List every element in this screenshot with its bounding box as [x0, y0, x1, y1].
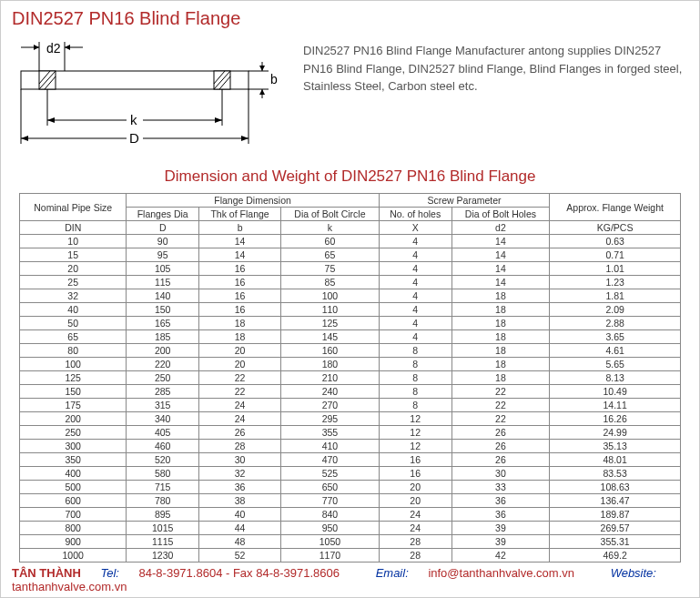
table-cell: 16.26: [550, 412, 681, 426]
table-cell: 270: [281, 399, 380, 412]
table-cell: 340: [127, 412, 199, 426]
table-cell: 22: [451, 385, 550, 399]
table-cell: 36: [451, 508, 550, 522]
table-cell: 460: [127, 440, 199, 453]
table-cell: 22: [451, 399, 550, 412]
table-cell: 4: [379, 317, 451, 330]
table-cell: 1.01: [550, 262, 681, 276]
web-value[interactable]: tanthanhvalve.com.vn: [12, 580, 127, 593]
table-row: 100012305211702842469.2: [20, 549, 681, 563]
table-cell: 14: [451, 248, 550, 262]
footer: TÂN THÀNH Tel: 84-8-3971.8604 - Fax 84-8…: [12, 566, 688, 593]
table-cell: 4: [379, 248, 451, 262]
table-cell: 210: [281, 371, 380, 385]
table-cell: 250: [127, 371, 199, 385]
table-cell: 200: [20, 412, 127, 426]
page-title: DIN2527 PN16 Blind Flange: [1, 1, 699, 33]
table-row: 25040526355122624.99: [20, 426, 681, 440]
table-cell: 269.57: [550, 522, 681, 535]
table-cell: 16: [379, 453, 451, 467]
table-row: 700895408402436189.87: [20, 508, 681, 522]
hdr-din: DIN: [20, 221, 127, 235]
table-cell: 350: [20, 453, 127, 467]
table-cell: 10.49: [550, 385, 681, 399]
hdr-b: b: [199, 221, 281, 235]
table-row: 50165181254182.88: [20, 317, 681, 330]
svg-marker-3: [65, 45, 70, 50]
table-cell: 52: [199, 549, 281, 563]
table-cell: 38: [199, 494, 281, 508]
table-cell: 18: [451, 371, 550, 385]
table-cell: 105: [127, 262, 199, 276]
table-cell: 770: [281, 494, 380, 508]
table-row: 125250222108188.13: [20, 371, 681, 385]
dimension-table: Nominal Pipe Size Flange Dimension Screw…: [19, 193, 681, 563]
table-cell: 16: [199, 276, 281, 289]
table-cell: 580: [127, 467, 199, 481]
table-cell: 4: [379, 276, 451, 289]
web-label: Website:: [611, 566, 656, 580]
table-cell: 80: [20, 344, 127, 358]
table-cell: 18: [451, 358, 550, 371]
table-cell: 18: [451, 317, 550, 330]
table-cell: 1.23: [550, 276, 681, 289]
svg-marker-20: [259, 89, 265, 95]
table-cell: 4: [379, 262, 451, 276]
table-cell: 10: [20, 235, 127, 248]
table-cell: 140: [127, 289, 199, 303]
table-cell: 22: [451, 412, 550, 426]
table-cell: 4.61: [550, 344, 681, 358]
table-cell: 185: [127, 330, 199, 344]
table-cell: 1050: [281, 535, 380, 549]
hdr-weight: Approx. Flange Weight: [550, 194, 681, 221]
top-section: d2 b: [1, 33, 699, 155]
table-cell: 14: [451, 235, 550, 248]
table-cell: 500: [20, 481, 127, 494]
hdr-flangedim: Flange Dimension: [127, 194, 379, 208]
svg-marker-1: [34, 45, 39, 50]
table-cell: 5.65: [550, 358, 681, 371]
email-label: Email:: [376, 566, 409, 580]
table-cell: 200: [127, 344, 199, 358]
table-cell: 14.11: [550, 399, 681, 412]
table-row: 8001015449502439269.57: [20, 522, 681, 535]
table-cell: 16: [199, 262, 281, 276]
tel-value: 84-8-3971.8604 - Fax 84-8-3971.8606: [139, 566, 340, 580]
table-cell: 75: [281, 262, 380, 276]
table-cell: 115: [127, 276, 199, 289]
brand-name: TÂN THÀNH: [12, 566, 81, 580]
table-cell: 40: [199, 508, 281, 522]
table-cell: 26: [451, 426, 550, 440]
table-cell: 125: [281, 317, 380, 330]
table-row: 109014604140.63: [20, 235, 681, 248]
table-cell: 1015: [127, 522, 199, 535]
table-cell: 150: [20, 385, 127, 399]
svg-marker-26: [47, 117, 55, 123]
table-cell: 25: [20, 276, 127, 289]
table-cell: 24.99: [550, 426, 681, 440]
email-value[interactable]: info@tanthanhvalve.com.vn: [428, 566, 574, 580]
table-cell: 39: [451, 535, 550, 549]
table-cell: 18: [451, 330, 550, 344]
table-cell: 355.31: [550, 535, 681, 549]
table-cell: 100: [20, 358, 127, 371]
svg-marker-18: [259, 66, 265, 71]
table-row: 2010516754141.01: [20, 262, 681, 276]
table-row: 1502852224082210.49: [20, 385, 681, 399]
table-cell: 28: [199, 440, 281, 453]
table-cell: 165: [127, 317, 199, 330]
table-row: 20034024295122216.26: [20, 412, 681, 426]
table-row: 100220201808185.65: [20, 358, 681, 371]
table-cell: 4: [379, 330, 451, 344]
svg-marker-30: [21, 136, 28, 141]
table-cell: 355: [281, 426, 380, 440]
table-cell: 18: [451, 289, 550, 303]
table-cell: 14: [451, 276, 550, 289]
table-cell: 18: [451, 303, 550, 317]
table-cell: 469.2: [550, 549, 681, 563]
table-row: 40150161104182.09: [20, 303, 681, 317]
table-cell: 220: [127, 358, 199, 371]
table-cell: 30: [199, 453, 281, 467]
table-cell: 24: [199, 412, 281, 426]
table-cell: 36: [199, 481, 281, 494]
